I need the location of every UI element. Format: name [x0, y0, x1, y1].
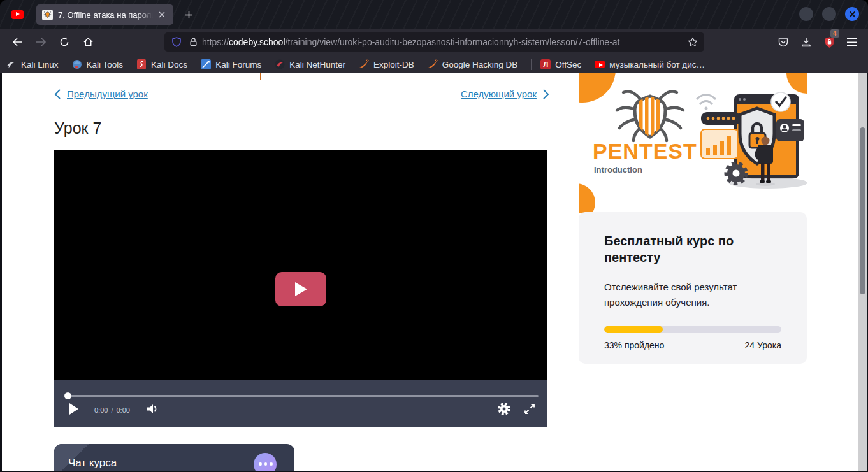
- offsec-icon: Л: [540, 59, 551, 69]
- tracking-protection-shield-icon[interactable]: [171, 36, 182, 48]
- video-player: 0:00 / 0:00: [54, 150, 547, 427]
- course-banner: PENTEST Introduction: [579, 73, 807, 213]
- youtube-icon: [11, 10, 24, 19]
- bookmark-kali-forums[interactable]: Kali Forums: [201, 59, 261, 69]
- fullscreen-icon[interactable]: [522, 401, 537, 417]
- bookmark-kali-linux[interactable]: Kali Linux: [6, 59, 59, 69]
- home-button[interactable]: [80, 34, 96, 50]
- url-text: https://codeby.school/training/view/urok…: [202, 37, 683, 47]
- brand-text: PENTEST: [593, 139, 697, 163]
- lesson-title: Урок 7: [54, 119, 101, 138]
- exploit-db-wasp-icon: [359, 59, 369, 69]
- bookmarks-bar: Kali Linux Kali Tools Kali Docs Kali For…: [0, 55, 868, 73]
- volume-icon[interactable]: [145, 401, 160, 417]
- kali-docs-icon: [136, 59, 147, 69]
- course-chat-widget[interactable]: Чат курса: [54, 444, 294, 471]
- chevron-left-icon: [54, 89, 61, 99]
- chevron-right-icon: [543, 89, 549, 99]
- page-content: Предыдущий урок Следующий урок Урок 7: [2, 73, 867, 471]
- extension-badge: 4: [830, 29, 839, 38]
- video-screen[interactable]: [54, 150, 547, 380]
- google-hacking-db-wasp-icon: [428, 59, 438, 69]
- bookmark-music-bot[interactable]: музыкальный бот дис…: [595, 59, 705, 69]
- bookmark-star-icon[interactable]: [688, 37, 698, 47]
- download-icon[interactable]: [798, 34, 814, 50]
- lock-icon[interactable]: [189, 37, 198, 47]
- bookmark-exploit-db[interactable]: Exploit-DB: [359, 59, 414, 69]
- prev-lesson-link[interactable]: Предыдущий урок: [54, 89, 148, 99]
- kali-dragon-icon: [6, 59, 17, 69]
- time-display: 0:00 / 0:00: [94, 406, 130, 414]
- play-button[interactable]: [67, 401, 81, 417]
- window-controls: [799, 7, 859, 21]
- course-progress-fill: [604, 326, 663, 333]
- minimize-button[interactable]: [799, 7, 813, 21]
- browser-window: 7. Offline атака на пароли: [0, 0, 868, 472]
- bookmark-kali-nethunter[interactable]: Kali NetHunter: [275, 59, 345, 69]
- pentest-favicon-icon: [42, 10, 53, 20]
- clipped-text-mark: [260, 73, 261, 80]
- active-tab[interactable]: 7. Offline атака на пароли: [36, 4, 173, 25]
- page-scrollbar-thumb[interactable]: [860, 127, 865, 294]
- seek-handle[interactable]: [64, 392, 71, 399]
- bookmark-kali-tools[interactable]: Kali Tools: [72, 59, 124, 69]
- brand-subtitle: Introduction: [594, 165, 642, 175]
- tab-bar: 7. Offline атака на пароли: [0, 0, 868, 29]
- course-progress-card: Бесплатный курс по пентесту Отслеживайте…: [579, 212, 807, 364]
- next-lesson-link[interactable]: Следующий урок: [461, 89, 549, 99]
- course-card-description: Отслеживайте свой результат прохождения …: [604, 280, 781, 310]
- menu-hamburger-icon[interactable]: [844, 34, 860, 50]
- pocket-icon[interactable]: [775, 34, 792, 50]
- tab-close-icon[interactable]: [156, 9, 168, 20]
- kali-tools-icon: [72, 59, 82, 69]
- kali-forums-icon: [201, 59, 211, 69]
- seek-bar[interactable]: [66, 395, 539, 397]
- play-icon: [293, 281, 308, 297]
- kali-nethunter-icon: [275, 59, 285, 69]
- page-scrollbar-track[interactable]: [858, 73, 867, 471]
- back-button[interactable]: [9, 34, 25, 50]
- lessons-count-label: 24 Урока: [744, 340, 781, 350]
- big-play-button[interactable]: [275, 272, 326, 306]
- settings-gear-icon[interactable]: [496, 401, 512, 417]
- chat-title: Чат курса: [68, 457, 117, 469]
- bookmarks-separator: [531, 59, 532, 70]
- url-bar[interactable]: https://codeby.school/training/view/urok…: [164, 32, 704, 52]
- forward-button[interactable]: [33, 34, 49, 50]
- course-card-title: Бесплатный курс по пентесту: [604, 232, 781, 266]
- chat-bubble-icon[interactable]: [254, 453, 277, 471]
- video-controls: 0:00 / 0:00: [54, 380, 547, 427]
- pinned-tab-youtube[interactable]: [4, 4, 31, 24]
- progress-percent-label: 33% пройдено: [604, 340, 664, 350]
- tab-title: 7. Offline атака на пароли: [58, 10, 156, 20]
- new-tab-button[interactable]: [180, 6, 197, 23]
- reload-button[interactable]: [56, 34, 73, 50]
- bookmark-google-hacking-db[interactable]: Google Hacking DB: [428, 59, 518, 69]
- close-button[interactable]: [845, 7, 859, 21]
- youtube-icon: [595, 59, 605, 69]
- bookmark-kali-docs[interactable]: Kali Docs: [136, 59, 187, 69]
- bookmark-offsec[interactable]: Л OffSec: [540, 59, 581, 69]
- nav-toolbar: https://codeby.school/training/view/urok…: [0, 29, 868, 55]
- maximize-button[interactable]: [822, 7, 836, 21]
- course-progress-bar: [604, 326, 781, 333]
